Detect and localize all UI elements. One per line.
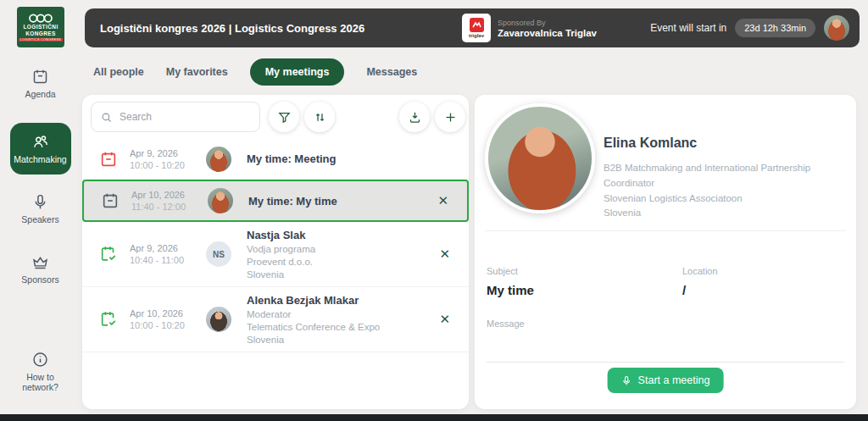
search-box <box>91 102 260 132</box>
meetings-list: Apr 9, 2026 10:00 - 10:20 My time: Meeti… <box>82 139 469 352</box>
sponsor-block: triglav Sponsored By Zavarovalnica Trigl… <box>462 8 597 47</box>
sponsored-by-label: Sponsored By <box>498 19 597 27</box>
participant-avatar <box>208 188 233 213</box>
top-header-bar: Logistični kongres 2026 | Logistics Cong… <box>85 8 860 47</box>
cancel-meeting-icon[interactable]: ✕ <box>431 190 455 212</box>
sponsor-logo[interactable]: triglav <box>462 14 491 42</box>
location-label: Location <box>682 266 718 276</box>
sponsor-name: Zavarovalnica Triglav <box>498 28 597 38</box>
countdown-label: Event will start in <box>650 22 726 34</box>
participant-name: Nastja Slak <box>247 229 315 241</box>
divider <box>485 230 846 231</box>
profile-role: B2B Matchmaking and International Partne… <box>604 161 856 191</box>
meeting-time: 11:40 - 12:00 <box>131 202 201 212</box>
info-icon <box>31 351 49 368</box>
participant-role: Moderator <box>247 309 380 319</box>
participant-country: Slovenia <box>247 335 380 345</box>
sidebar-item-matchmaking[interactable]: Matchmaking <box>10 123 71 174</box>
sidebar-item-speakers[interactable]: Speakers <box>21 193 58 224</box>
start-meeting-label: Start a meeting <box>638 374 710 386</box>
calendar-pending-icon <box>99 150 118 169</box>
calendar-confirmed-icon <box>99 245 118 263</box>
tab-all-people[interactable]: All people <box>93 66 144 78</box>
plus-icon <box>443 110 458 125</box>
sidebar-item-sponsors[interactable]: Sponsors <box>21 253 58 285</box>
participant-avatar <box>206 307 231 332</box>
calendar-icon <box>31 68 49 86</box>
crown-icon <box>31 253 49 271</box>
microphone-icon <box>31 193 49 211</box>
calendar-confirmed-icon <box>99 310 118 329</box>
search-icon <box>100 111 113 124</box>
calendar-icon <box>101 191 120 210</box>
triglav-shield-icon <box>470 18 484 32</box>
participant-role: Vodja programa <box>247 244 315 254</box>
meeting-date: Apr 9, 2026 <box>130 243 199 253</box>
profile-country: Slovenia <box>604 206 856 221</box>
profile-name: Elina Komlanc <box>604 136 697 151</box>
cancel-meeting-icon[interactable]: ✕ <box>432 243 457 265</box>
logo-line3: LOGISTICS CONGRESS <box>19 38 63 42</box>
search-input[interactable] <box>120 111 251 123</box>
meeting-title: My time: My time <box>248 195 337 208</box>
event-title: Logistični kongres 2026 | Logistics Cong… <box>100 22 364 35</box>
logo-line1: LOGISTIČNI <box>23 24 58 30</box>
message-input[interactable] <box>487 329 844 363</box>
sidebar-item-agenda[interactable]: Agenda <box>25 68 55 99</box>
sidebar-nav: Agenda Matchmaking Speakers Sponsors How… <box>0 51 81 414</box>
cancel-meeting-icon[interactable]: ✕ <box>432 308 457 330</box>
people-icon <box>31 133 49 151</box>
participant-avatar-initials: NS <box>206 241 231 267</box>
sort-arrows-icon <box>313 110 327 125</box>
meetings-list-panel: Apr 9, 2026 10:00 - 10:20 My time: Meeti… <box>82 95 469 409</box>
meeting-date: Apr 9, 2026 <box>130 148 199 158</box>
microphone-icon <box>621 375 632 386</box>
subject-value: My time <box>487 283 534 297</box>
sponsor-logo-word: triglav <box>469 33 484 38</box>
meeting-detail-panel: Elina Komlanc B2B Matchmaking and Intern… <box>475 95 856 409</box>
funnel-icon <box>277 110 292 125</box>
participant-avatar <box>206 147 231 172</box>
event-logo[interactable]: LOGISTIČNI KONGRES LOGISTICS CONGRESS <box>17 7 64 47</box>
meeting-row-selected[interactable]: Apr 10, 2026 11:40 - 12:00 My time: My t… <box>82 180 469 222</box>
participant-name: Alenka Bezjak Mlakar <box>247 294 380 307</box>
participant-company: Proevent d.o.o. <box>247 257 315 267</box>
sidebar-item-how-to-network[interactable]: How to network? <box>14 351 67 392</box>
meeting-title: My time: Meeting <box>247 152 336 165</box>
chain-links-icon <box>28 13 53 24</box>
sort-button[interactable] <box>304 102 335 132</box>
subject-label: Subject <box>487 266 534 276</box>
participant-country: Slovenia <box>247 269 315 280</box>
tab-messages[interactable]: Messages <box>366 66 417 78</box>
meeting-time: 10:00 - 10:20 <box>130 320 199 330</box>
download-button[interactable] <box>399 102 430 132</box>
meeting-date: Apr 10, 2026 <box>130 308 199 319</box>
start-meeting-button[interactable]: Start a meeting <box>608 368 724 393</box>
download-icon <box>408 110 422 125</box>
tab-my-favorites[interactable]: My favorites <box>166 66 228 78</box>
meeting-time: 10:00 - 10:20 <box>130 160 199 170</box>
logo-line2: KONGRES <box>25 30 56 37</box>
countdown-badge: 23d 12h 33min <box>735 19 815 37</box>
meeting-row[interactable]: Apr 9, 2026 10:40 - 11:00 NS Nastja Slak… <box>82 222 469 287</box>
add-meeting-button[interactable] <box>435 102 465 132</box>
profile-company: Slovenian Logistics Associatoon <box>604 191 856 207</box>
location-value: / <box>682 283 718 297</box>
tab-my-meetings[interactable]: My meetings <box>250 58 345 86</box>
section-tabs: All people My favorites My meetings Mess… <box>93 58 417 86</box>
meeting-row[interactable]: Apr 10, 2026 10:00 - 10:20 Alenka Bezjak… <box>82 287 469 352</box>
profile-photo <box>485 103 595 213</box>
message-label: Message <box>487 319 844 329</box>
meeting-date: Apr 10, 2026 <box>131 190 201 200</box>
app-window: LOGISTIČNI KONGRES LOGISTICS CONGRESS Lo… <box>0 0 868 421</box>
bottom-taskbar-strip <box>0 414 868 421</box>
filter-button[interactable] <box>269 102 299 132</box>
user-avatar[interactable] <box>824 15 849 41</box>
meeting-time: 10:40 - 11:00 <box>130 255 199 265</box>
participant-company: Telematics Conference & Expo <box>247 322 380 332</box>
meeting-row[interactable]: Apr 9, 2026 10:00 - 10:20 My time: Meeti… <box>82 139 469 180</box>
